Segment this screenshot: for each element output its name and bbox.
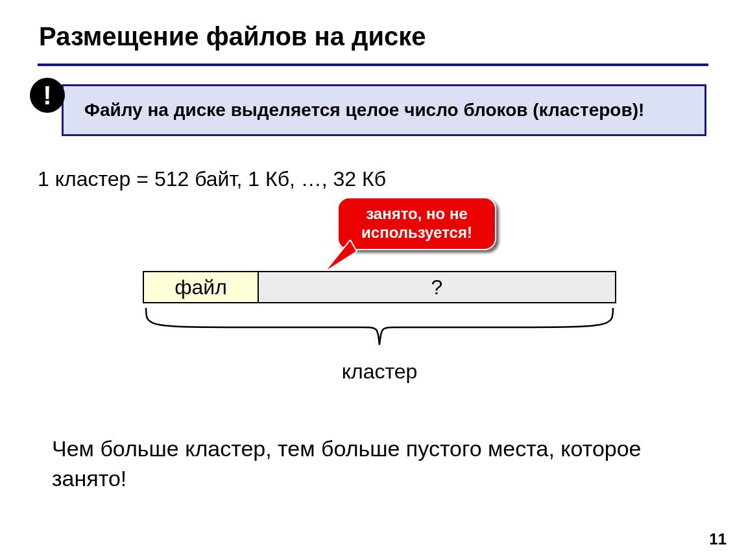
- cluster-diagram: файл ?: [143, 271, 616, 303]
- speech-bubble-tail-icon: [324, 240, 363, 272]
- title-underline: [38, 64, 708, 66]
- slide: Размещение файлов на диске Файлу на диск…: [0, 0, 746, 560]
- curly-brace-icon: [143, 305, 616, 350]
- cell-empty: ?: [259, 272, 615, 302]
- speech-bubble: занято, но не используется!: [337, 197, 496, 250]
- exclamation-mark: !: [43, 81, 51, 110]
- bubble-line-2: используется!: [348, 224, 486, 242]
- slide-title: Размещение файлов на диске: [39, 22, 426, 51]
- brace-label: кластер: [143, 360, 616, 384]
- callout-text: Файлу на диске выделяется целое число бл…: [84, 100, 644, 121]
- page-number: 11: [709, 530, 727, 548]
- cell-file: файл: [144, 272, 259, 302]
- cluster-row: файл ?: [143, 271, 616, 303]
- cell-empty-label: ?: [431, 275, 443, 299]
- cluster-sizes-text: 1 кластер = 512 байт, 1 Кб, …, 32 Кб: [38, 167, 386, 191]
- exclamation-badge-icon: !: [30, 78, 65, 113]
- cell-file-label: файл: [174, 275, 227, 299]
- conclusion-text: Чем больше кластер, тем больше пустого м…: [52, 434, 694, 494]
- speech-bubble-body: занято, но не используется!: [337, 197, 496, 250]
- bubble-line-1: занято, но не: [348, 205, 486, 224]
- callout-box: Файлу на диске выделяется целое число бл…: [62, 84, 706, 136]
